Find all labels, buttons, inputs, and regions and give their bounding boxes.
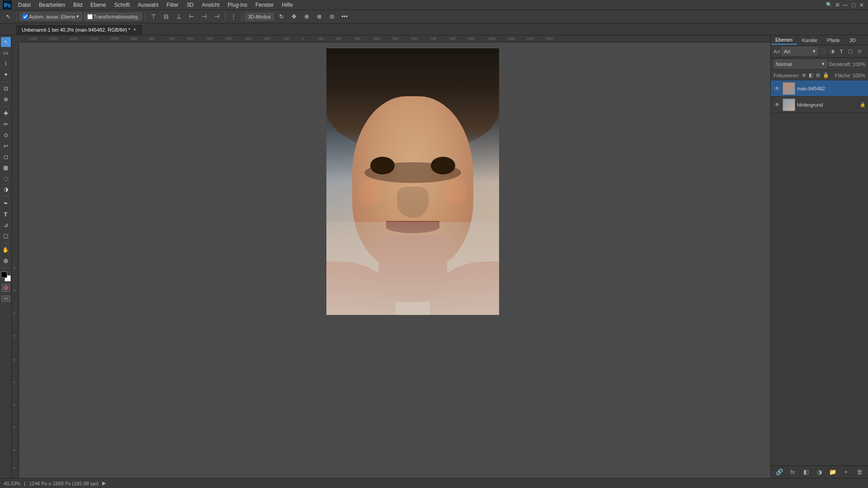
align-hcenter-icon[interactable]: ⊣ xyxy=(198,11,209,22)
lock-all-icon[interactable]: 🔒 xyxy=(823,72,829,78)
3d-mode-btn[interactable]: 3D-Modus xyxy=(245,13,274,21)
menu-auswahl[interactable]: Auswahl xyxy=(134,1,162,9)
heal-tool[interactable]: ✚ xyxy=(1,108,11,118)
lock-image-icon[interactable]: ◧ xyxy=(809,72,813,78)
zoom-3d-icon[interactable]: ⊕ xyxy=(301,11,312,22)
menu-datei[interactable]: Datei xyxy=(14,1,34,9)
magic-wand-tool[interactable]: ✦ xyxy=(1,70,11,80)
tool-sep-2 xyxy=(2,106,10,107)
adjust-filter-icon[interactable]: ◑ xyxy=(829,48,836,55)
distribute-icon[interactable]: ⋮ xyxy=(228,11,239,22)
opacity-value[interactable]: 100% xyxy=(853,61,865,67)
text-tool[interactable]: T xyxy=(1,209,11,219)
blend-mode-select[interactable]: Normal ▾ xyxy=(774,60,827,68)
layer-visibility-man[interactable]: 👁 xyxy=(774,85,781,92)
menu-bild[interactable]: Bild xyxy=(70,1,86,9)
screen-mode-btn[interactable] xyxy=(1,296,10,303)
layer-item-man[interactable]: 👁 man-945482 xyxy=(771,80,868,97)
tab-pfade[interactable]: Pfade xyxy=(822,35,845,45)
move-tool[interactable]: ↖ xyxy=(1,37,11,47)
layer-thumbnail-hintergrund xyxy=(783,99,795,111)
hand-tool[interactable]: ✋ xyxy=(1,245,11,255)
separator-4 xyxy=(241,12,242,21)
menu-hilfe[interactable]: Hilfe xyxy=(278,1,297,9)
brush-tool[interactable]: ✏ xyxy=(1,119,11,129)
transform-controls-toggle[interactable]: Transformationsstrg. xyxy=(84,13,142,21)
search-icon[interactable]: 🔍 xyxy=(826,1,833,9)
smart-filter-icon[interactable]: ⊙ xyxy=(856,48,863,55)
tab-3d[interactable]: 3D xyxy=(845,35,861,45)
blur-tool[interactable]: ◌ xyxy=(1,174,11,183)
menu-fenster[interactable]: Fenster xyxy=(252,1,278,9)
history-brush-tool[interactable]: ↩ xyxy=(1,141,11,151)
layer-lock-icon: 🔒 xyxy=(860,102,865,107)
crop-tool[interactable]: ⊡ xyxy=(1,84,11,94)
arrange-icon[interactable]: ⊞ xyxy=(834,1,841,9)
path-selection-tool[interactable]: ⊿ xyxy=(1,220,11,230)
eraser-tool[interactable]: ◻ xyxy=(1,152,11,162)
tool-sep-4 xyxy=(2,243,10,243)
svg-text:Ps: Ps xyxy=(4,2,11,9)
transform-checkbox[interactable] xyxy=(87,14,93,19)
lock-position-icon[interactable]: ⊕ xyxy=(802,72,806,78)
document-tab[interactable]: Unbenannt-1 bei 40,3% (man-945482, RGB/8… xyxy=(16,24,142,35)
orbit-3d-icon[interactable]: ⊗ xyxy=(314,11,325,22)
auto-select-toggle[interactable]: Autom. ausw.: Ebene ▾ xyxy=(19,12,82,21)
menu-ansicht[interactable]: Ansicht xyxy=(198,1,223,9)
menu-3d[interactable]: 3D xyxy=(183,1,197,9)
link-layers-btn[interactable]: 🔗 xyxy=(775,468,784,477)
slide-3d-icon[interactable]: ⊘ xyxy=(326,11,337,22)
align-bottom-icon[interactable]: ⊥ xyxy=(173,11,184,22)
layers-list: 👁 man-945482 👁 Hintergrund 🔒 xyxy=(771,80,868,465)
gradient-tool[interactable]: ▦ xyxy=(1,163,11,173)
menu-schrift[interactable]: Schrift xyxy=(111,1,133,9)
fill-label: Fläche: xyxy=(835,73,851,78)
align-top-icon[interactable]: ⊤ xyxy=(148,11,159,22)
delete-layer-btn[interactable]: 🗑 xyxy=(855,468,864,477)
align-left-icon[interactable]: ⊢ xyxy=(186,11,197,22)
layer-item-hintergrund[interactable]: 👁 Hintergrund 🔒 xyxy=(771,97,868,113)
lock-artboard-icon[interactable]: ⊞ xyxy=(816,72,820,78)
group-layers-btn[interactable]: 📁 xyxy=(828,468,837,477)
text-filter-icon[interactable]: T xyxy=(838,48,845,55)
minimize-icon[interactable]: ─ xyxy=(842,1,849,9)
shape-filter-icon[interactable]: ▢ xyxy=(847,48,854,55)
layer-fx-btn[interactable]: fx xyxy=(788,468,797,477)
menu-bearbeiten[interactable]: Bearbeiten xyxy=(35,1,69,9)
layer-visibility-hintergrund[interactable]: 👁 xyxy=(774,101,781,108)
adjustment-layer-btn[interactable]: ◑ xyxy=(815,468,824,477)
menu-filter[interactable]: Filter xyxy=(163,1,182,9)
auto-select-checkbox[interactable] xyxy=(23,14,28,19)
pan-3d-icon[interactable]: ✥ xyxy=(288,11,299,22)
add-mask-btn[interactable]: ◧ xyxy=(802,468,811,477)
menu-ebene[interactable]: Ebene xyxy=(87,1,110,9)
zoom-tool[interactable]: ⊕ xyxy=(1,256,11,266)
rotate-3d-icon[interactable]: ↻ xyxy=(276,11,287,22)
more-options-icon[interactable]: ••• xyxy=(339,11,350,22)
dodge-tool[interactable]: ◑ xyxy=(1,184,11,194)
eyedropper-tool[interactable]: ⊕ xyxy=(1,94,11,104)
status-info-arrow[interactable]: ▶ xyxy=(102,480,106,486)
auto-select-value: Ebene xyxy=(61,14,75,19)
pixel-filter-icon[interactable]: ⬛ xyxy=(820,48,827,55)
pen-tool[interactable]: ✒ xyxy=(1,198,11,208)
new-layer-btn[interactable]: + xyxy=(842,468,851,477)
align-vcenter-icon[interactable]: ⊟ xyxy=(160,11,171,22)
clone-tool[interactable]: ⊙ xyxy=(1,130,11,140)
lasso-tool[interactable]: ⌇ xyxy=(1,59,11,69)
filter-type-select[interactable]: Art ▾ xyxy=(782,47,818,56)
move-tool-options[interactable]: ↖ xyxy=(3,11,14,22)
quick-mask-btn[interactable] xyxy=(1,283,10,294)
maximize-icon[interactable]: □ xyxy=(850,1,857,9)
close-icon[interactable]: ✕ xyxy=(858,1,865,9)
foreground-color[interactable] xyxy=(1,272,7,278)
menu-plugins[interactable]: Plug-ins xyxy=(224,1,251,9)
tab-close-btn[interactable]: ✕ xyxy=(133,27,137,32)
tab-ebenen[interactable]: Ebenen xyxy=(771,35,797,45)
tab-kanaele[interactable]: Kanäle xyxy=(797,35,822,45)
shape-tool[interactable]: ▢ xyxy=(1,231,11,241)
ruler-vertical: -4 -3 -2 -1 0 1 2 3 4 5 xyxy=(12,42,19,478)
fill-value[interactable]: 100% xyxy=(853,73,865,78)
selection-tool[interactable]: ▭ xyxy=(1,48,11,58)
align-right-icon[interactable]: ⊣ xyxy=(211,11,222,22)
